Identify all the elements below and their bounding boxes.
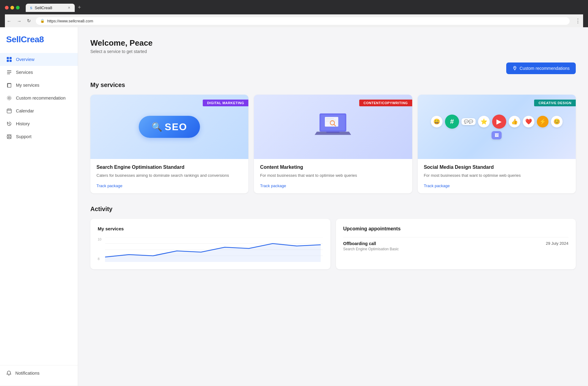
minimize-button[interactable] bbox=[10, 6, 14, 9]
address-bar[interactable]: 🔒 https://www.sellcrea8.com bbox=[36, 17, 570, 25]
card-badge-digital-marketing: DIGITAL MARKETING bbox=[203, 100, 248, 106]
upcoming-title: Upcoming appointments bbox=[343, 226, 569, 232]
appointment-sub: Search Engine Optimisation Basic bbox=[343, 247, 399, 251]
services-icon bbox=[6, 69, 12, 75]
sidebar-item-history[interactable]: History bbox=[0, 117, 78, 130]
location-pin-icon bbox=[512, 66, 517, 71]
browser-menu-button[interactable]: ⋮ bbox=[573, 17, 583, 25]
bell-icon bbox=[6, 370, 12, 376]
app-container: SellCrea8 Overview bbox=[0, 27, 588, 386]
activity-section-title: Activity bbox=[90, 206, 576, 213]
main-content: Welcome, Peace Select a service to get s… bbox=[78, 27, 588, 386]
chart-y-10: 10 bbox=[98, 237, 101, 241]
svg-rect-31 bbox=[326, 132, 340, 133]
svg-rect-4 bbox=[7, 70, 11, 71]
emoji-laugh: 😄 bbox=[431, 116, 443, 127]
sidebar-bottom: Notifications bbox=[0, 365, 78, 381]
back-button[interactable]: ← bbox=[5, 17, 13, 24]
emoji-lightning: ⚡ bbox=[537, 116, 548, 127]
new-tab-button[interactable]: + bbox=[75, 3, 84, 12]
tab-close-icon[interactable]: ✕ bbox=[68, 6, 70, 10]
titlebar: S SellCrea8 ✕ + bbox=[5, 3, 583, 12]
custom-recommendations-label: Custom recommendations bbox=[520, 66, 570, 71]
custom-recommendations-button[interactable]: Custom recommendations bbox=[506, 62, 576, 74]
card-body-seo: Search Engine Optimisation Standard Cate… bbox=[90, 159, 248, 193]
logo-text: SellCrea8 bbox=[6, 35, 44, 44]
emoji-heart: ❤️ bbox=[523, 116, 534, 127]
svg-rect-27 bbox=[326, 120, 336, 120]
welcome-title: Welcome, Peace bbox=[90, 38, 576, 48]
url-text: https://www.sellcrea8.com bbox=[47, 19, 93, 23]
svg-rect-0 bbox=[7, 57, 9, 59]
card-title-creative: Social Media Design Standard bbox=[424, 165, 570, 170]
reload-button[interactable]: ↻ bbox=[25, 17, 33, 24]
speech-bubble: 💬💬 bbox=[462, 118, 476, 125]
svg-point-17 bbox=[8, 136, 10, 138]
svg-rect-1 bbox=[9, 57, 12, 59]
support-icon bbox=[6, 134, 12, 140]
chart-y-8: 8 bbox=[98, 257, 101, 261]
chart-card-title: My services bbox=[98, 226, 323, 231]
custom-rec-icon bbox=[6, 95, 12, 101]
card-title-content: Content Marketing bbox=[260, 165, 406, 170]
sidebar-item-services[interactable]: Services bbox=[0, 66, 78, 79]
sidebar-logo: SellCrea8 bbox=[0, 35, 78, 53]
sidebar-item-support[interactable]: Support bbox=[0, 130, 78, 143]
service-card-seo[interactable]: 🔍 SEO DIGITAL MARKETING Search Engine Op… bbox=[90, 95, 248, 193]
sidebar: SellCrea8 Overview bbox=[0, 27, 78, 386]
emoji-smile2: 😊 bbox=[551, 116, 563, 127]
appointment-date: 29 July 2024 bbox=[546, 241, 568, 246]
tab-favicon: S bbox=[30, 6, 32, 10]
tab-bar: S SellCrea8 ✕ + bbox=[26, 3, 84, 12]
overview-icon bbox=[6, 56, 12, 62]
activity-section: Activity My services 10 8 bbox=[90, 206, 576, 269]
service-card-content[interactable]: CONTENT/COPYWRITING Content Marketing Fo… bbox=[254, 95, 412, 193]
browser-nav-buttons: ← → ↻ bbox=[5, 17, 33, 24]
notifications-item[interactable]: Notifications bbox=[6, 370, 72, 376]
service-card-creative[interactable]: 😄 # 💬💬 ⭐ ▶ 👍 ❤️ ⚡ 😊 🖼 CREATIVE DES bbox=[418, 95, 576, 193]
my-services-section-title: My services bbox=[90, 81, 576, 89]
card-body-creative: Social Media Design Standard For most bu… bbox=[418, 159, 576, 193]
svg-rect-3 bbox=[9, 60, 12, 62]
tab-title: SellCrea8 bbox=[35, 6, 52, 10]
seo-logo: 🔍 SEO bbox=[139, 116, 200, 138]
sidebar-item-custom-rec[interactable]: Custom recommendation bbox=[0, 92, 78, 104]
lock-icon: 🔒 bbox=[40, 19, 45, 23]
sidebar-item-history-label: History bbox=[16, 121, 30, 126]
sidebar-item-overview[interactable]: Overview bbox=[0, 53, 78, 66]
image-card: 🖼 bbox=[492, 131, 502, 139]
page-header: Welcome, Peace Select a service to get s… bbox=[90, 38, 576, 54]
svg-rect-6 bbox=[7, 74, 10, 74]
close-button[interactable] bbox=[5, 6, 9, 9]
youtube-icon: ▶ bbox=[492, 115, 506, 129]
track-package-content[interactable]: Track package bbox=[260, 184, 286, 188]
svg-rect-2 bbox=[7, 60, 9, 62]
sidebar-item-calendar[interactable]: Calendar bbox=[0, 104, 78, 117]
emoji-star: ⭐ bbox=[478, 116, 490, 127]
svg-rect-26 bbox=[326, 118, 334, 119]
history-icon bbox=[6, 121, 12, 127]
appointment-details: Offboarding call Search Engine Optimisat… bbox=[343, 241, 399, 251]
header-actions: Custom recommendations bbox=[90, 62, 576, 74]
active-tab[interactable]: S SellCrea8 ✕ bbox=[26, 4, 75, 12]
svg-point-8 bbox=[8, 97, 10, 99]
sidebar-item-my-services[interactable]: My services bbox=[0, 79, 78, 92]
sidebar-item-custom-rec-label: Custom recommendation bbox=[16, 96, 66, 100]
calendar-icon bbox=[6, 108, 12, 114]
maximize-button[interactable] bbox=[16, 6, 20, 9]
track-package-seo[interactable]: Track package bbox=[96, 184, 123, 188]
forward-button[interactable]: → bbox=[15, 17, 23, 24]
browser-chrome: S SellCrea8 ✕ + ← → ↻ 🔒 https://www.sell… bbox=[0, 0, 588, 27]
sidebar-item-calendar-label: Calendar bbox=[16, 108, 34, 113]
track-package-creative[interactable]: Track package bbox=[424, 184, 450, 188]
card-desc-content: For most businesses that want to optimis… bbox=[260, 172, 406, 179]
svg-rect-5 bbox=[7, 72, 11, 73]
svg-point-22 bbox=[514, 67, 515, 68]
traffic-lights bbox=[5, 6, 20, 9]
chart-container: 10 8 bbox=[98, 237, 323, 262]
upcoming-appointments-card: Upcoming appointments Offboarding call S… bbox=[336, 219, 576, 269]
appointment-item: Offboarding call Search Engine Optimisat… bbox=[343, 237, 569, 255]
activity-grid: My services 10 8 bbox=[90, 219, 576, 269]
laptop-illustration bbox=[311, 108, 354, 145]
my-services-chart-card: My services 10 8 bbox=[90, 219, 330, 269]
